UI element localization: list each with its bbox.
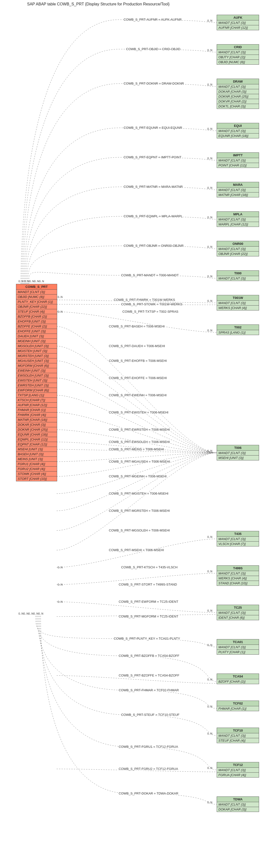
main-entity-field: STEUF [CHAR (4)] [16,309,57,314]
relation-label: COWB_S_PRT-EWRSTEH = T006-MSEHI [108,428,170,431]
related-entity-field: DOKTL [CHAR (3)] [217,104,259,108]
related-entity-field: MANDT [CLNT (3)] [217,217,259,222]
related-entity-tdwa: TDWAMANDT [CLNT (3)]DOKAR [CHAR (3)] [217,797,259,812]
cardinality-label: 0..N [207,732,212,735]
cardinality-label: 0..N [207,535,212,538]
related-entity-header: CRID [217,44,259,50]
main-entity-field: AUFNR [CHAR (12)] [16,403,57,408]
main-entity-field: MGEINH [UNIT (3)] [16,339,57,344]
main-entity-field: EQPNT [CHAR (12)] [16,442,57,447]
related-entity-field: FGRUA [CHAR (4)] [217,773,259,777]
related-entity-field: OBJNR [CHAR (22)] [217,251,259,256]
main-entity-field: PLNTY_KEY [CHAR (1)] [16,300,57,304]
relation-label: COWB_S_PRT-EHOFFB = T006-MSEHI [108,359,167,363]
cardinality-label: 0..N [207,157,212,160]
related-entity-field: MANDT [CLNT (3)] [217,301,259,306]
cardinality-label: 0..N [58,600,62,603]
related-entity-field: FHMAR [CHAR (1)] [217,706,259,711]
relation-label: COWB_S_PRT-OBJNR = ONR00-OBJNR [123,244,184,248]
relation-label: COWB_S_PRT-MGFORM = TC25-IDENT [118,615,179,618]
main-entity-field: KTSCH [CHAR (7)] [16,398,57,403]
cardinality-label: 0..N [207,450,212,452]
relation-label: COWB_S_PRT-TXTSP = T002-SPRAS [122,310,179,313]
related-entity-field: PLNTY [CHAR (1)] [217,650,259,654]
main-entity-field: EQWPL [CHAR (12)] [16,437,57,442]
relation-label: COWB_S_PRT-EWEINH = T006-MSEHI [108,393,167,397]
related-entity-header: T435 [217,531,259,537]
main-entity-field: EWEINH [UNIT (3)] [16,368,57,373]
main-entity-field: FGRU1 [CHAR (4)] [16,462,57,467]
main-entity-field: EHOFFE [UNIT (3)] [16,329,57,334]
main-entity-field: EHOFFB [UNIT (3)] [16,319,57,324]
relation-label: COWB_S_PRT-DAUEH = T006-MSEHI [108,344,166,348]
related-entity-field: MANDT [CLNT (3)] [217,537,259,541]
main-entity-field: BZOFFB [CHAR (2)] [16,314,57,319]
related-entity-field: MSEHI [UNIT (3)] [217,456,259,460]
related-entity-field: MANDT [CLNT (3)] [217,802,259,807]
related-entity-draw: DRAWMANDT [CLNT (3)]DOKAR [CHAR (3)]DOKN… [217,79,259,109]
related-entity-field: DOKAR [CHAR (3)] [217,89,259,94]
main-entity-field: EWRSTEH [UNIT (3)] [16,383,57,388]
related-entity-header: TC25 [217,605,259,610]
main-entity-field: MGRSTEH [UNIT (3)] [16,353,57,359]
related-entity-t435: T435MANDT [CLNT (3)]VLSCH [CHAR (7)] [217,531,259,547]
related-entity-tcf12: TCF12MANDT [CLNT (3)]FGRUA [CHAR (4)] [217,762,259,778]
main-entity-field: MGFORM [CHAR (6)] [16,363,57,368]
cardinality-label: 0..N [207,300,212,302]
related-entity-tcf02: TCF02FHMAR [CHAR (1)] [217,701,259,711]
main-entity-field: FHMAR [CHAR (1)] [16,408,57,412]
main-entity-field: MATNR [CHAR (18)] [16,417,57,422]
main-entity-field: DOKNR [CHAR (25)] [16,427,57,432]
relation-label: COWB_S_PRT-EWFORM = TC25-IDENT [118,600,179,603]
main-entity-header: COWB_S_PRT [16,284,57,289]
related-entity-header: ONR00 [217,241,259,247]
relation-label: COWB_S_PRT-MANDT = T000-MANDT [121,273,179,277]
related-entity-header: T006 [217,445,259,451]
relation-label: COWB_S_PRT-STEUF = TCF10-STEUF [121,713,180,717]
related-entity-field: DOKNR [CHAR (25)] [217,94,259,99]
cardinality-label: 0..N [58,310,62,313]
main-entity-field: DOKAR [CHAR (3)] [16,422,57,427]
related-entity-header: T002 [217,325,259,330]
related-entity-field: OBJTY [CHAR (2)] [217,55,259,60]
relation-label: COWB_S_PRT-EQUNR = EQUI-EQUNR [123,126,183,129]
related-entity-header: T499S [217,566,259,571]
main-entity: COWB_S_PRT MANDT [CLNT (3)]OBJID [NUMC (… [16,284,57,481]
relation-label: COWB_S_PRT-EQWPL = MPLA-WARPL [123,214,183,218]
main-entity-field: EWISTEH [UNIT (3)] [16,378,57,383]
cardinality-top: 0..N 0..N0..N0..N0..N [19,280,44,283]
related-entity-mara: MARAMANDT [CLNT (3)]MATNR [CHAR (18)] [217,182,259,197]
related-entity-field: IDENT [CHAR (6)] [217,615,259,620]
related-entity-field: EQUNR [CHAR (18)] [217,133,259,138]
cardinality-label: 0..N [58,296,62,299]
relation-label: COWB_S_PRT-DOKNR = DRAW-DOKNR [123,82,185,85]
cardinality-label: 0..N [58,566,62,569]
related-entity-field: MATNR [CHAR (18)] [217,192,259,197]
related-entity-field: MANDT [CLNT (3)] [217,84,259,89]
main-entity-field: MSEHI [UNIT (3)] [16,447,57,452]
relation-label: COWB_S_PRT-MEINS = T006-MSEHI [108,447,165,451]
relation-label: COWB_S_PRT-MATNR = MARA-MATNR [123,185,183,189]
cardinality-label: 0..N [207,609,212,612]
related-entity-field: BZOFF [CHAR (2)] [217,679,259,684]
relation-label: COWB_S_PRT-KTSCH = T435-VLSCH [121,565,178,569]
page-title: SAP ABAP table COWB_S_PRT {Display Struc… [27,2,170,6]
related-entity-header: MARA [217,182,259,188]
cardinality-label: 0..N [207,801,212,804]
relation-label: COWB_S_PRT-BZOFFE = TCA54-BZOFF [118,674,180,677]
related-entity-field: WERKS [CHAR (4)] [217,576,259,581]
related-entity-mpla: MPLAMANDT [CLNT (3)]WARPL [CHAR (12)] [217,211,259,227]
main-entity-field: BZOFFE [CHAR (2)] [16,324,57,329]
related-entity-crid: CRIDMANDT [CLNT (3)]OBJTY [CHAR (2)]OBJI… [217,44,259,65]
related-entity-equi: EQUIMANDT [CLNT (3)]EQUNR [CHAR (18)] [217,123,259,138]
related-entity-field: MANDT [CLNT (3)] [217,610,259,615]
related-entity-header: TCF12 [217,762,259,768]
cardinality-label: 0..N [207,83,212,86]
related-entity-field: MANDT [CLNT (3)] [217,768,259,773]
relation-label: COWB_S_PRT-EQPNT = IMPTT-POINT [123,155,182,159]
relation-label: COWB_S_PRT-EWISTEH = T006-MSEHI [108,410,169,414]
related-entity-header: T001W [217,295,259,301]
related-entity-t499s: T499SMANDT [CLNT (3)]WERKS [CHAR (4)]STA… [217,565,259,586]
main-entity-field: STOWK [CHAR (4)] [16,471,57,476]
main-entity-field: FGRU2 [CHAR (4)] [16,467,57,471]
